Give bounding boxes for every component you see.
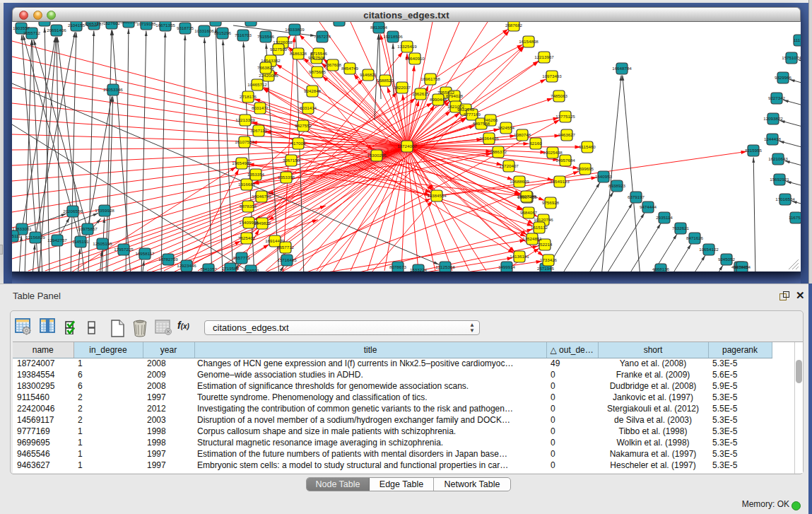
svg-text:16543362: 16543362 <box>261 58 281 63</box>
svg-text:18300295: 18300295 <box>367 153 387 158</box>
svg-text:9657771: 9657771 <box>233 255 251 260</box>
svg-text:8454749: 8454749 <box>341 66 359 71</box>
svg-text:1527602: 1527602 <box>103 22 121 25</box>
svg-text:16961758: 16961758 <box>420 76 440 81</box>
svg-text:16210643: 16210643 <box>768 156 788 161</box>
svg-text:1640953: 1640953 <box>595 174 613 179</box>
svg-text:12923446: 12923446 <box>177 263 196 268</box>
svg-text:1949822: 1949822 <box>254 221 271 226</box>
svg-text:19654987: 19654987 <box>232 160 252 165</box>
svg-text:10654122: 10654122 <box>699 247 719 252</box>
svg-text:19218506: 19218506 <box>383 34 403 39</box>
svg-text:15692921: 15692921 <box>770 177 789 182</box>
svg-text:10025438: 10025438 <box>543 150 563 155</box>
svg-text:8031414: 8031414 <box>300 105 317 110</box>
svg-text:13325419: 13325419 <box>397 44 417 49</box>
svg-text:14957684: 14957684 <box>555 158 575 163</box>
svg-text:12156829: 12156829 <box>25 235 45 240</box>
svg-text:15751074: 15751074 <box>782 55 801 60</box>
svg-text:9657712: 9657712 <box>277 245 295 250</box>
svg-text:17359928: 17359928 <box>95 208 114 213</box>
svg-text:9699695: 9699695 <box>577 166 594 171</box>
svg-text:7516703: 7516703 <box>235 33 252 37</box>
svg-text:9115460: 9115460 <box>579 144 596 149</box>
svg-text:4668136: 4668136 <box>652 267 670 271</box>
svg-text:3822037: 3822037 <box>394 85 411 90</box>
svg-text:2055712: 2055712 <box>23 30 41 35</box>
svg-text:1903557: 1903557 <box>13 25 30 30</box>
svg-text:9146821: 9146821 <box>360 72 377 77</box>
svg-text:12125368: 12125368 <box>435 264 455 269</box>
svg-text:16033809: 16033809 <box>285 27 305 32</box>
svg-text:10719185: 10719185 <box>136 22 156 26</box>
svg-text:9474444: 9474444 <box>640 204 657 209</box>
svg-text:12505195: 12505195 <box>93 241 112 246</box>
svg-text:3267150: 3267150 <box>283 158 300 163</box>
svg-text:8186328: 8186328 <box>290 51 307 56</box>
svg-text:62160: 62160 <box>529 141 542 146</box>
svg-text:10046788: 10046788 <box>252 194 271 199</box>
svg-text:8471626: 8471626 <box>686 235 704 240</box>
svg-text:2458591: 2458591 <box>242 268 260 271</box>
svg-text:17833061: 17833061 <box>12 226 32 231</box>
svg-text:6794028: 6794028 <box>446 93 464 98</box>
svg-text:9684067: 9684067 <box>520 210 538 215</box>
svg-text:17016534: 17016534 <box>775 197 795 201</box>
svg-text:7515546: 7515546 <box>257 34 275 39</box>
svg-text:5108603: 5108603 <box>242 22 260 23</box>
svg-text:2687682: 2687682 <box>505 23 523 28</box>
svg-text:6966160: 6966160 <box>120 22 138 24</box>
svg-text:3824554: 3824554 <box>498 125 515 130</box>
svg-text:2367608: 2367608 <box>324 62 342 67</box>
svg-text:9832145: 9832145 <box>457 107 475 112</box>
svg-text:7632621: 7632621 <box>672 226 690 230</box>
svg-text:9715546: 9715546 <box>310 51 328 56</box>
svg-text:1353354: 1353354 <box>247 172 265 177</box>
svg-text:7886372: 7886372 <box>490 149 507 154</box>
svg-text:9427552: 9427552 <box>295 123 312 128</box>
svg-text:9875685: 9875685 <box>309 69 326 74</box>
svg-text:9463627: 9463627 <box>558 132 576 137</box>
svg-text:13775125: 13775125 <box>555 114 575 119</box>
svg-text:746266: 746266 <box>483 117 498 122</box>
svg-text:8078673: 8078673 <box>389 264 407 269</box>
svg-text:12213967: 12213967 <box>534 54 554 59</box>
svg-text:417006: 417006 <box>291 141 306 146</box>
svg-text:9227342: 9227342 <box>768 95 786 100</box>
svg-text:5878354: 5878354 <box>240 204 257 209</box>
svg-text:1362615: 1362615 <box>412 91 430 96</box>
svg-text:9245052: 9245052 <box>718 257 736 262</box>
svg-text:9478454: 9478454 <box>734 264 751 269</box>
svg-text:9756928: 9756928 <box>542 200 560 205</box>
svg-text:16782759: 16782759 <box>158 257 178 262</box>
svg-text:1533224: 1533224 <box>410 267 428 271</box>
svg-text:13524851: 13524851 <box>522 236 542 241</box>
svg-text:16640910: 16640910 <box>405 56 425 61</box>
svg-text:3915111: 3915111 <box>12 233 21 238</box>
svg-text:9777169: 9777169 <box>464 112 481 117</box>
svg-text:8031477: 8031477 <box>252 105 269 110</box>
svg-text:10973493: 10973493 <box>542 74 562 78</box>
svg-text:11173: 11173 <box>794 37 801 42</box>
svg-text:20691406: 20691406 <box>47 28 66 33</box>
svg-text:20364436: 20364436 <box>479 136 499 141</box>
svg-text:2104155: 2104155 <box>68 23 86 28</box>
svg-text:15716485: 15716485 <box>277 257 297 262</box>
svg-text:2867825: 2867825 <box>36 22 54 23</box>
svg-text:5614226: 5614226 <box>207 22 225 23</box>
svg-text:9329966: 9329966 <box>775 75 792 80</box>
svg-text:1419610: 1419610 <box>83 22 101 23</box>
svg-text:16671355: 16671355 <box>155 23 175 28</box>
svg-text:12942757: 12942757 <box>47 238 67 243</box>
svg-text:15720407: 15720407 <box>499 163 519 168</box>
svg-text:7357274: 7357274 <box>314 34 331 39</box>
svg-text:29053346: 29053346 <box>103 87 123 92</box>
svg-text:6379197: 6379197 <box>628 194 645 199</box>
svg-text:1353398: 1353398 <box>278 175 295 180</box>
svg-text:17957225: 17957225 <box>114 247 134 252</box>
svg-text:20206556: 20206556 <box>63 209 83 214</box>
svg-text:252214: 252214 <box>538 242 553 247</box>
svg-text:9327508: 9327508 <box>308 55 326 60</box>
svg-text:1244418: 1244418 <box>764 136 782 141</box>
svg-text:1145191: 1145191 <box>72 239 89 244</box>
